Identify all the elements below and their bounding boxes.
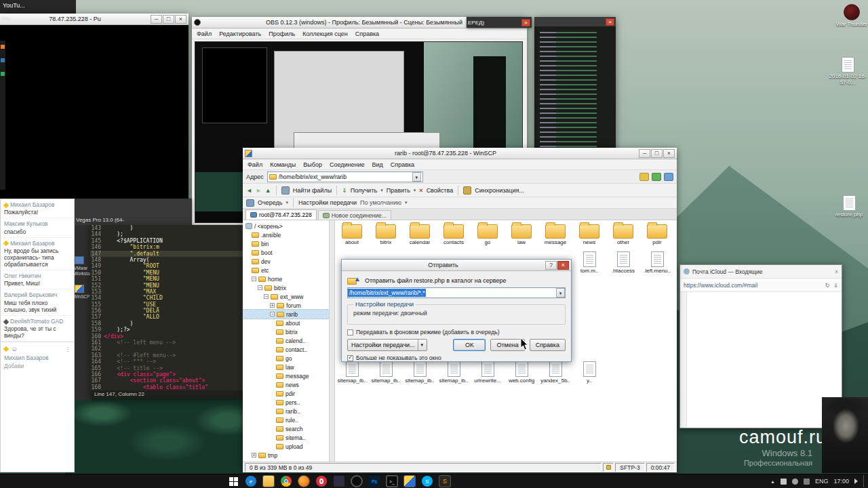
desktop-icon-war-thunder[interactable]: War Thunder [835,4,868,28]
close-icon[interactable]: × [521,19,530,26]
refresh-icon[interactable] [652,173,661,181]
expand-icon[interactable]: + [252,453,256,458]
tree-item[interactable]: sitema.. [243,433,329,442]
chrome-icon[interactable] [281,476,292,487]
help-button[interactable]: ? [545,261,557,270]
dropdown-icon[interactable]: ▾ [412,172,421,182]
parent-directory-icon[interactable]: ▲ [265,187,271,194]
tree-item[interactable]: bin [243,239,329,248]
show-desktop-button[interactable] [863,475,865,487]
desktop-icon-restore-php[interactable]: restore.php [832,195,866,218]
tree-item[interactable]: pers.. [243,398,329,407]
winscp-icon[interactable] [404,476,415,487]
file-item[interactable]: sitemap_ib.. [335,361,369,384]
delete-icon[interactable]: × [419,187,422,194]
tree-item[interactable]: contact.. [243,345,329,354]
forward-icon[interactable]: ► [256,187,262,194]
tree-item[interactable]: etc [243,266,329,274]
background-code-titlebar[interactable]: × [534,17,616,26]
tree-item[interactable]: search [243,424,329,433]
opera-icon[interactable] [316,476,327,487]
menu-file[interactable]: Файл [248,161,262,168]
winscp-titlebar[interactable]: rarib - root@78.47.235.228 - WinSCP – □ … [243,148,677,159]
tab-close-icon[interactable]: × [835,268,838,275]
dropdown-icon[interactable]: ▾ [405,200,408,205]
file-item[interactable]: tom.m.. [572,251,606,274]
putty-titlebar[interactable]: 78.47.235.228 - Pu – □ × [0,14,189,25]
collapse-icon[interactable]: − [264,294,269,299]
file-item[interactable]: sitemap_ib.. [369,361,403,384]
file-item[interactable]: sitemap_ib.. [403,361,437,384]
transfer-settings-button[interactable]: Настройки передачи... ▾ [347,339,427,351]
tree-item[interactable]: rule.. [243,415,329,424]
browser-url[interactable]: https://www.icloud.com/#mail [684,282,822,289]
close-button[interactable]: × [557,261,569,270]
tree-item[interactable]: law [243,363,329,371]
tree-item[interactable]: boot [243,248,329,257]
help-button[interactable]: Справка [530,339,566,351]
browser-tab-title[interactable]: Почта iCloud — Входящие [692,268,832,275]
chat-message[interactable]: Валерий Берькович Миш тебя плохо слышно,… [1,289,74,315]
tree-item[interactable]: rarib.. [243,407,329,415]
obs-icon[interactable] [351,476,362,487]
collapse-icon[interactable]: − [270,312,275,317]
photoshop-icon[interactable]: Ps [369,476,380,487]
session-tab-new[interactable]: Новое соединение... [318,210,391,220]
background-checkbox[interactable] [347,329,353,336]
tree-item[interactable]: / <корень> [243,222,329,230]
putty-terminal-area[interactable] [0,25,189,199]
tree-item[interactable]: .ansible [243,230,329,239]
minimize-button[interactable]: – [639,149,650,158]
emoji-icon[interactable]: ☺ [11,345,18,352]
home-icon[interactable] [664,173,673,181]
dont-show-checkbox[interactable]: ✓ [347,355,353,361]
obs-menu-profile[interactable]: Профиль [269,30,295,37]
file-item[interactable]: y.. [572,361,606,384]
file-item[interactable]: bitrix [369,224,403,245]
edit-button[interactable]: Править [387,187,410,194]
file-item[interactable]: urlrewrite... [471,361,505,384]
tree-item-selected[interactable]: −rarib [243,310,329,319]
download-icon[interactable]: ⇓ [833,282,838,289]
obs-menu-file[interactable]: Файл [197,30,212,37]
explorer-icon[interactable] [263,476,274,487]
tree-item[interactable]: +tmp [243,451,329,460]
chat-message[interactable]: Максим Кульков спасибо [1,218,74,237]
menu-help[interactable]: Справка [391,161,414,168]
code-editor-body[interactable]: 143 ) 144 ); 145 <?$APPLICATION 146 "bit… [90,225,245,390]
collapse-icon[interactable]: − [252,277,256,281]
file-item[interactable]: sitemap_ib.. [437,361,471,384]
maximize-button[interactable]: □ [651,149,663,158]
chat-message[interactable]: DevilishTomato GAD Здорова, че эт ты с в… [1,316,74,342]
transfer-settings-label[interactable]: Настройки передачи [298,199,357,206]
file-item[interactable]: calendar [403,224,437,245]
dont-show-row[interactable]: ✓ Больше не показывать это окно [347,354,566,361]
tree-item[interactable]: calend.. [243,336,329,345]
sublime-icon[interactable]: S [439,476,450,487]
tray-expand-icon[interactable]: ▲ [770,479,775,484]
file-item[interactable]: .htaccess [606,251,640,274]
volume-icon[interactable] [792,479,798,485]
code-editor-window[interactable]: 143 ) 144 ); 145 <?$APPLICATION 146 "bit… [90,225,245,399]
tree-item[interactable]: −ext_www [243,292,329,301]
collapse-icon[interactable]: − [258,285,262,290]
obs-menu-scene-collection[interactable]: Коллекция сцен [302,30,348,37]
chat-message[interactable]: Михаил Базаров Ну, вроде бы запись сохра… [1,238,74,270]
transfer-settings-value[interactable]: По умолчанию [360,199,401,206]
action-center-icon[interactable] [781,479,787,485]
more-options-icon[interactable]: ⋮ [65,346,71,352]
desktop-icon-video-file[interactable]: 2016-01-02 16-57-0... [829,57,867,86]
firefox-icon[interactable] [298,476,309,487]
refresh-icon[interactable]: ↻ [825,282,830,289]
sync-icon[interactable] [463,186,471,195]
clock[interactable]: 17:00 [833,478,849,485]
skype-icon[interactable]: S [422,476,433,487]
tree-item[interactable]: upload [243,442,329,451]
dropdown-icon[interactable]: ▾ [556,288,565,298]
dialog-titlebar[interactable]: Отправить ? × [342,260,571,271]
tree-item[interactable]: bitrix [243,327,329,336]
tree-item[interactable]: about [243,319,329,327]
file-item[interactable]: news [572,224,606,245]
download-button[interactable]: Получить [351,187,378,194]
terminal-icon[interactable]: >_ [387,476,397,487]
